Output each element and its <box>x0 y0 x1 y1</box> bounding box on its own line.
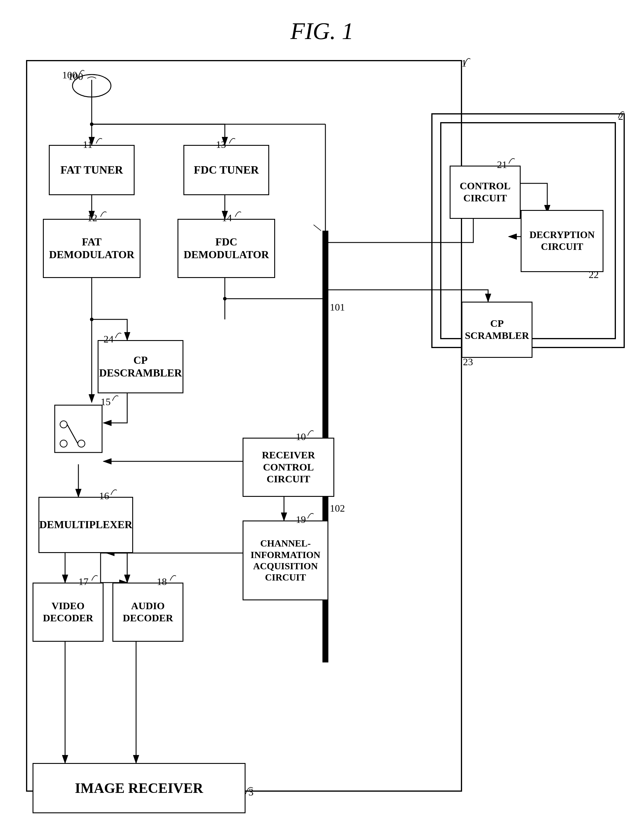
bus102-label: 102 <box>330 503 345 514</box>
fat-tuner-ref: 11 <box>83 139 93 150</box>
svg-point-8 <box>90 318 94 321</box>
audio-decoder-block: AUDIO DECODER <box>112 583 183 642</box>
decryption-ref: 22 <box>589 269 599 280</box>
video-decoder-block: VIDEO DECODER <box>32 583 104 642</box>
switch-ref: 15 <box>101 396 110 407</box>
antenna-ref: 100 <box>62 69 77 81</box>
demux-ref: 16 <box>99 490 109 502</box>
cp-scrambler-ref: 23 <box>463 356 473 368</box>
image-receiver-block: IMAGE RECEIVER <box>32 763 245 813</box>
svg-point-14 <box>78 440 85 447</box>
cp-descrambler-ref: 24 <box>104 334 113 345</box>
cp-descrambler-block: CP DESCRAMBLER <box>98 340 183 393</box>
demux-block: DEMULTIPLEXER <box>38 497 133 553</box>
audio-decoder-ref: 18 <box>157 576 167 587</box>
fat-demod-ref: 12 <box>87 212 97 224</box>
fat-tuner-block: FAT TUNER <box>49 145 135 195</box>
decryption-circuit-block: DECRYPTION CIRCUIT <box>521 210 604 272</box>
fat-demod-block: FAT DEMODULATOR <box>43 219 141 278</box>
svg-point-7 <box>90 123 94 126</box>
control-circuit-ref: 21 <box>497 159 507 170</box>
fdc-tuner-ref: 13 <box>216 139 226 150</box>
receiver-ctrl-ref: 10 <box>296 431 306 443</box>
video-decoder-ref: 17 <box>78 576 89 587</box>
control-circuit-block: CONTROL CIRCUIT <box>450 165 521 219</box>
svg-point-9 <box>223 297 227 300</box>
chan-acq-block: CHANNEL- INFORMATION ACQUISITION CIRCUIT <box>242 521 328 600</box>
svg-point-15 <box>60 421 67 428</box>
fdc-tuner-block: FDC TUNER <box>183 145 269 195</box>
switch-block <box>52 402 105 455</box>
page-title: FIG. 1 <box>290 18 354 44</box>
fdc-demod-ref: 14 <box>222 212 232 224</box>
bus101-label: 101 <box>330 302 345 313</box>
fdc-demod-block: FDC DEMODULATOR <box>178 219 275 278</box>
svg-point-13 <box>60 440 67 447</box>
receiver-ctrl-block: RECEIVER CONTROL CIRCUIT <box>242 438 334 497</box>
chan-acq-ref: 19 <box>296 514 306 525</box>
cp-scrambler-block: CP SCRAMBLER <box>462 302 532 358</box>
